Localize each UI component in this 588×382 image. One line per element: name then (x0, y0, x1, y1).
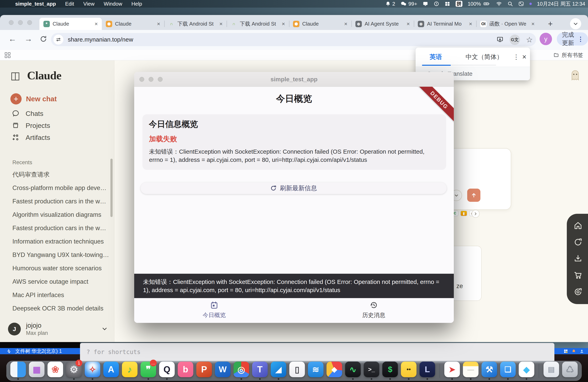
cart-icon[interactable] (573, 270, 583, 281)
menu-help[interactable]: Help (131, 1, 142, 7)
battery-status[interactable]: 100% (468, 1, 491, 7)
dock-cyberduck[interactable]: •• (401, 362, 417, 380)
stage-manager-icon[interactable] (444, 1, 450, 7)
wifi-icon[interactable] (496, 1, 502, 7)
tab-claude-3[interactable]: Claude × (289, 18, 351, 30)
tab-close-icon[interactable]: × (156, 21, 161, 27)
recent-chat-item[interactable]: Fastest production cars in the w… (0, 221, 112, 235)
menu-datetime[interactable]: 10月24日 周五 12:34 (537, 0, 585, 7)
notification-bell-icon[interactable]: 2 (385, 1, 395, 7)
chrome-update-button[interactable]: 完成更新 ⋮ (557, 32, 588, 46)
tab-close-icon[interactable]: × (219, 21, 223, 27)
claude-logo[interactable]: ◫ Claude (10, 69, 61, 82)
address-bar[interactable]: share.mynanian.top/new G文 ☆ (51, 33, 536, 46)
sidebar-item-artifacts[interactable]: Artifacts (10, 132, 50, 143)
dock-word[interactable]: W (215, 362, 231, 380)
dock-wechat[interactable]: … ❞ (140, 362, 156, 380)
wechat-status-icon[interactable]: 99+ (400, 1, 417, 7)
close-window-button[interactable] (9, 20, 14, 25)
tab-close-icon[interactable]: × (468, 21, 473, 27)
reload-button[interactable] (40, 35, 47, 45)
recent-chat-item[interactable]: Humorous water store scenarios (0, 262, 112, 275)
tab-open-webui[interactable]: OI 函数 · Open We × (476, 18, 539, 30)
apps-grid-icon[interactable] (5, 52, 10, 58)
translate-options-icon[interactable]: ⋮ (513, 53, 519, 61)
recent-chat-item[interactable]: 代码审查请求 (0, 168, 112, 181)
menu-app-name[interactable]: simple_test_app (15, 1, 56, 7)
dock-dev-cube[interactable]: ◆ (326, 362, 342, 380)
user-account-button[interactable]: J jojojo Max plan (8, 322, 108, 336)
window-traffic-lights[interactable] (9, 20, 32, 25)
recent-chat-item[interactable]: Information extraction techniques (0, 235, 112, 248)
sidebar-scrollbar[interactable] (110, 159, 113, 217)
dock-launchpad[interactable]: ▦ (29, 362, 45, 380)
menu-window[interactable]: Window (104, 1, 122, 7)
recent-chat-item[interactable]: Cross-platform mobile app deve… (0, 181, 112, 195)
sidebar-item-chats[interactable]: Chats (10, 108, 43, 119)
download-icon[interactable] (573, 254, 583, 264)
dock-iphone-mirroring[interactable]: ▯ (289, 362, 305, 380)
dock-activity-monitor[interactable]: ∿ (345, 362, 361, 380)
dock-iterm[interactable]: $ (382, 362, 398, 380)
dock-finder[interactable] (10, 362, 26, 380)
dock-trash[interactable]: ♺ (562, 362, 578, 380)
refresh-latest-button[interactable]: 刷新最新信息 (141, 182, 447, 194)
tab-android-studio-1[interactable]: ∩ 下载 Android St × (164, 18, 227, 30)
browser-profile-avatar[interactable]: y (540, 33, 552, 45)
dock-blue-shapes-app[interactable]: ❑ (500, 362, 516, 380)
bookmark-star-icon[interactable]: ☆ (526, 35, 533, 44)
site-controls-icon[interactable] (53, 35, 63, 45)
recent-chat-item[interactable]: AWS service outage impact (0, 275, 112, 288)
new-tab-button[interactable]: + (548, 19, 553, 28)
app-title-bar[interactable]: simple_test_app (134, 72, 454, 87)
status-bar-text[interactable]: 文件树 华北2(北京) 1 (15, 348, 62, 354)
translate-close-icon[interactable]: × (522, 53, 526, 61)
tab-android-studio-2[interactable]: ∩ 下载 Android St × (227, 18, 289, 30)
dock-powerpoint[interactable]: P (196, 362, 212, 380)
all-bookmarks-button[interactable]: 所有书签 (553, 52, 583, 59)
sync-target-icon[interactable] (573, 287, 583, 297)
tab-ai-terminal[interactable]: ⊕ AI Terminal Mo × (414, 18, 476, 30)
dock-teams[interactable]: T (252, 362, 268, 380)
tab-close-icon[interactable]: × (531, 21, 535, 27)
minimize-window-button[interactable] (18, 20, 23, 25)
connector-chip-2[interactable]: ▮ (461, 210, 467, 216)
tab-close-icon[interactable]: × (343, 21, 348, 27)
recent-chat-item[interactable]: BYD Yangwang U9X tank-towing… (0, 248, 112, 262)
tab-close-icon[interactable]: × (406, 21, 411, 27)
dock-app-store[interactable]: A (103, 362, 119, 380)
tab-ai-agent-system[interactable]: ⊕ AI Agent Syste × (351, 18, 414, 30)
dock-screenshot-preview[interactable]: ▤ (543, 362, 559, 380)
translate-page-icon[interactable]: G文 (510, 35, 520, 45)
display-status-icon[interactable] (422, 1, 428, 7)
menu-edit[interactable]: Edit (65, 1, 74, 7)
recent-chat-item[interactable]: Deepseek OCR 3B model details (0, 302, 112, 315)
back-button[interactable]: ← (8, 34, 16, 43)
translate-tab-english[interactable]: 英语 (430, 53, 442, 61)
dock-qq-music[interactable]: ♪ (122, 362, 138, 380)
menu-view[interactable]: View (84, 1, 95, 7)
control-center-icon[interactable] (518, 1, 524, 7)
refresh-icon[interactable] (573, 238, 583, 248)
dock-flutter[interactable]: ◆ (519, 362, 535, 380)
dock-safari[interactable]: ✧ (84, 362, 101, 380)
tab-claude-active[interactable]: ＊ Claude × (39, 18, 102, 30)
forward-button[interactable]: → (24, 34, 32, 43)
url-text[interactable]: share.mynanian.top/new (68, 36, 133, 43)
sidebar-toggle-icon[interactable]: ◫ (10, 70, 20, 81)
spotlight-search-icon[interactable] (507, 1, 513, 7)
browser-menu-icon[interactable]: ⋮ (578, 36, 584, 42)
tab-close-icon[interactable]: × (94, 21, 99, 27)
translate-tab-chinese[interactable]: 中文（简体） (466, 53, 503, 61)
zoom-window-button[interactable] (27, 20, 32, 25)
home-icon[interactable] (573, 221, 583, 231)
chips-expand-chevron[interactable] (472, 210, 480, 218)
dock-notes[interactable]: ― (463, 362, 479, 380)
send-message-button[interactable] (467, 189, 480, 202)
install-app-icon[interactable] (496, 36, 504, 43)
dock-docker[interactable]: ≋ (308, 362, 324, 380)
dock-red-arrow-app[interactable]: ➤ (444, 362, 460, 380)
dock-hammer-app[interactable]: ⚒ (482, 362, 497, 380)
dock-chrome[interactable]: ◎ (233, 362, 249, 380)
tab-close-icon[interactable]: × (281, 21, 286, 27)
